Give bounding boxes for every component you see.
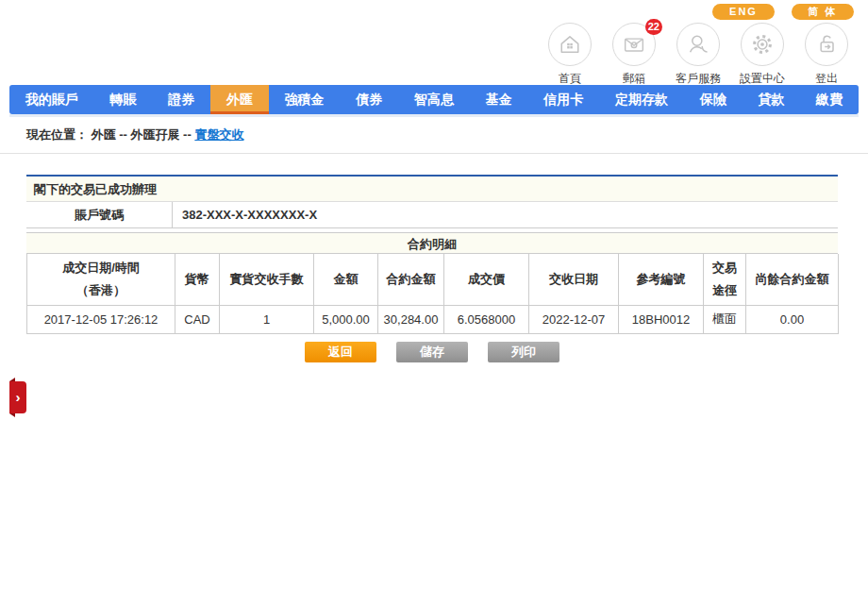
mail-icon: 22 [612, 23, 656, 66]
nav-tab-credit-card[interactable]: 信用卡 [528, 85, 600, 114]
column-header: 合約金額 [378, 254, 444, 305]
back-button[interactable]: 返回 [305, 342, 376, 362]
chevron-right-icon: › [16, 389, 21, 405]
breadcrumb-divider [0, 153, 868, 154]
nav-tab-insurance[interactable]: 保險 [684, 85, 743, 114]
column-header: 參考編號 [619, 254, 704, 305]
print-button[interactable]: 列印 [488, 342, 559, 362]
cell: 1 [220, 305, 314, 333]
contract-table: 成交日期/時間 （香港）貨幣實貨交收手數金額合約金額成交價交收日期參考編號交易 … [26, 254, 839, 334]
settings-icon [741, 23, 784, 66]
customer-service-icon [676, 23, 720, 66]
column-header: 金額 [314, 254, 378, 305]
nav-tab-transfer[interactable]: 轉賬 [94, 85, 153, 114]
account-number-value: 382-XXX-X-XXXXXXX-X [173, 202, 838, 227]
unread-count-badge: 22 [645, 19, 662, 35]
customer-service-button[interactable]: 客戶服務 [666, 23, 730, 87]
logout-button[interactable]: 登出 [794, 23, 859, 87]
nav-tab-mpf[interactable]: 強積金 [269, 85, 341, 114]
cell: 0.00 [746, 305, 839, 333]
nav-tab-funds[interactable]: 基金 [470, 85, 528, 114]
nav-tab-securities[interactable]: 證券 [152, 85, 210, 114]
cell: 30,284.00 [378, 305, 444, 333]
simplified-chinese-button[interactable]: 简 体 [792, 4, 854, 20]
column-header: 成交價 [444, 254, 529, 305]
nav-tab-bill-payment[interactable]: 繳費 [800, 85, 859, 114]
cell: 2017-12-05 17:26:12 [27, 305, 175, 333]
nav-underline [9, 114, 859, 117]
account-row: 賬戶號碼 382-XXX-X-XXXXXXX-X [26, 202, 838, 228]
cell: 5,000.00 [314, 305, 378, 333]
contract-table-body: 2017-12-05 17:26:12CAD15,000.0030,284.00… [27, 305, 839, 333]
breadcrumb: 現在位置： 外匯 -- 外匯孖展 -- 實盤交收 [26, 126, 243, 143]
top-icon-toolbar: 首頁22郵箱客戶服務設置中心登出 [538, 23, 859, 87]
nav-tab-smart-high-interest[interactable]: 智高息 [398, 85, 470, 114]
column-header: 成交日期/時間 （香港） [27, 254, 175, 305]
contract-header-row: 成交日期/時間 （香港）貨幣實貨交收手數金額合約金額成交價交收日期參考編號交易 … [27, 254, 839, 305]
home-button[interactable]: 首頁 [538, 23, 602, 87]
cell: CAD [175, 305, 220, 333]
nav-tab-time-deposit[interactable]: 定期存款 [599, 85, 684, 114]
mail-button[interactable]: 22郵箱 [602, 23, 666, 87]
contract-details-title: 合約明細 [26, 232, 838, 254]
lang-switcher: ENG简 体 [712, 4, 854, 20]
eng-button[interactable]: ENG [712, 4, 775, 20]
nav-tab-loans[interactable]: 貸款 [743, 85, 801, 114]
cell: 櫃面 [704, 305, 746, 333]
breadcrumb-path: 外匯 -- 外匯孖展 -- [92, 127, 195, 142]
breadcrumb-prefix: 現在位置： [26, 127, 88, 142]
column-header: 交易 途徑 [704, 254, 746, 305]
column-header: 貨幣 [175, 254, 220, 305]
transaction-result-panel: 閣下的交易已成功辦理 賬戶號碼 382-XXX-X-XXXXXXX-X 合約明細… [26, 175, 838, 334]
nav-tab-forex[interactable]: 外匯 [210, 85, 269, 114]
logout-icon [805, 23, 848, 66]
success-message: 閣下的交易已成功辦理 [26, 177, 838, 202]
cell: 2022-12-07 [529, 305, 619, 333]
table-row: 2017-12-05 17:26:12CAD15,000.0030,284.00… [27, 305, 839, 333]
cell: 18BH0012 [619, 305, 704, 333]
breadcrumb-current-link[interactable]: 實盤交收 [194, 127, 243, 142]
column-header: 實貨交收手數 [220, 254, 314, 305]
side-panel-toggle[interactable]: › [9, 381, 26, 413]
settings-button[interactable]: 設置中心 [730, 23, 794, 87]
nav-tab-my-accounts[interactable]: 我的賬戶 [9, 85, 94, 114]
column-header: 尚餘合約金額 [746, 254, 839, 305]
account-number-label: 賬戶號碼 [26, 202, 173, 227]
main-nav: 我的賬戶轉賬證券外匯強積金債券智高息基金信用卡定期存款保險貸款繳費 [9, 85, 859, 114]
nav-tab-bonds[interactable]: 債券 [340, 85, 398, 114]
save-button[interactable]: 儲存 [396, 342, 468, 362]
cell: 6.0568000 [444, 305, 529, 333]
column-header: 交收日期 [529, 254, 619, 305]
home-icon [548, 23, 592, 66]
action-buttons: 返回儲存列印 [26, 342, 838, 362]
